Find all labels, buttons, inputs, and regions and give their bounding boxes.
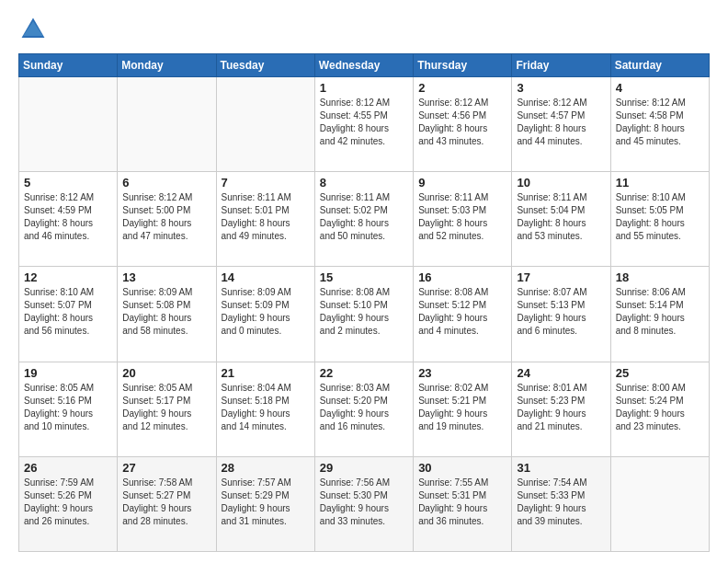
calendar-cell: 29Sunrise: 7:56 AM Sunset: 5:30 PM Dayli… [314, 456, 413, 551]
day-number: 16 [418, 270, 506, 284]
day-info: Sunrise: 8:00 AM Sunset: 5:24 PM Dayligh… [616, 382, 704, 433]
calendar-cell: 14Sunrise: 8:09 AM Sunset: 5:09 PM Dayli… [216, 267, 314, 362]
calendar-cell: 6Sunrise: 8:12 AM Sunset: 5:00 PM Daylig… [118, 172, 216, 267]
calendar-cell: 22Sunrise: 8:03 AM Sunset: 5:20 PM Dayli… [314, 362, 413, 456]
header-day-saturday: Saturday [610, 54, 709, 77]
day-number: 13 [122, 270, 210, 284]
day-number: 19 [24, 366, 112, 380]
calendar-cell: 1Sunrise: 8:12 AM Sunset: 4:55 PM Daylig… [314, 77, 413, 172]
calendar-cell: 17Sunrise: 8:07 AM Sunset: 5:13 PM Dayli… [512, 267, 610, 362]
calendar-cell: 7Sunrise: 8:11 AM Sunset: 5:01 PM Daylig… [216, 172, 314, 267]
day-number: 30 [418, 461, 506, 475]
day-number: 9 [418, 176, 506, 190]
week-row-1: 5Sunrise: 8:12 AM Sunset: 4:59 PM Daylig… [19, 172, 710, 267]
calendar-cell: 27Sunrise: 7:58 AM Sunset: 5:27 PM Dayli… [118, 456, 216, 551]
calendar-cell: 9Sunrise: 8:11 AM Sunset: 5:03 PM Daylig… [414, 172, 512, 267]
day-number: 5 [24, 176, 112, 190]
calendar-cell: 4Sunrise: 8:12 AM Sunset: 4:58 PM Daylig… [610, 77, 709, 172]
day-number: 20 [122, 366, 210, 380]
day-info: Sunrise: 8:12 AM Sunset: 4:55 PM Dayligh… [320, 97, 408, 148]
calendar-cell: 28Sunrise: 7:57 AM Sunset: 5:29 PM Dayli… [216, 456, 314, 551]
day-info: Sunrise: 8:12 AM Sunset: 4:58 PM Dayligh… [616, 97, 704, 148]
calendar-cell: 2Sunrise: 8:12 AM Sunset: 4:56 PM Daylig… [414, 77, 512, 172]
day-number: 10 [517, 176, 605, 190]
calendar-cell: 25Sunrise: 8:00 AM Sunset: 5:24 PM Dayli… [610, 362, 709, 456]
day-info: Sunrise: 8:02 AM Sunset: 5:21 PM Dayligh… [418, 382, 506, 433]
calendar-cell: 19Sunrise: 8:05 AM Sunset: 5:16 PM Dayli… [19, 362, 118, 456]
day-info: Sunrise: 8:06 AM Sunset: 5:14 PM Dayligh… [616, 286, 704, 338]
day-number: 29 [320, 461, 408, 475]
day-number: 22 [320, 366, 408, 380]
week-row-4: 26Sunrise: 7:59 AM Sunset: 5:26 PM Dayli… [19, 456, 710, 551]
day-number: 8 [320, 176, 408, 190]
day-info: Sunrise: 8:03 AM Sunset: 5:20 PM Dayligh… [320, 382, 408, 433]
day-number: 28 [222, 461, 310, 475]
day-info: Sunrise: 8:09 AM Sunset: 5:08 PM Dayligh… [122, 286, 210, 338]
day-info: Sunrise: 7:56 AM Sunset: 5:30 PM Dayligh… [320, 477, 408, 528]
calendar-cell: 24Sunrise: 8:01 AM Sunset: 5:23 PM Dayli… [512, 362, 610, 456]
day-info: Sunrise: 8:01 AM Sunset: 5:23 PM Dayligh… [517, 382, 605, 433]
calendar-header: SundayMondayTuesdayWednesdayThursdayFrid… [19, 54, 710, 77]
week-row-2: 12Sunrise: 8:10 AM Sunset: 5:07 PM Dayli… [19, 267, 710, 362]
day-info: Sunrise: 7:59 AM Sunset: 5:26 PM Dayligh… [24, 477, 112, 528]
day-info: Sunrise: 8:08 AM Sunset: 5:12 PM Dayligh… [418, 286, 506, 338]
day-number: 26 [24, 461, 112, 475]
calendar-table: SundayMondayTuesdayWednesdayThursdayFrid… [18, 53, 710, 552]
header-row: SundayMondayTuesdayWednesdayThursdayFrid… [19, 54, 710, 77]
day-info: Sunrise: 8:10 AM Sunset: 5:05 PM Dayligh… [616, 191, 704, 243]
day-info: Sunrise: 8:04 AM Sunset: 5:18 PM Dayligh… [222, 382, 310, 433]
day-info: Sunrise: 8:08 AM Sunset: 5:10 PM Dayligh… [320, 286, 408, 338]
week-row-0: 1Sunrise: 8:12 AM Sunset: 4:55 PM Daylig… [19, 77, 710, 172]
calendar-cell: 18Sunrise: 8:06 AM Sunset: 5:14 PM Dayli… [610, 267, 709, 362]
calendar-cell: 8Sunrise: 8:11 AM Sunset: 5:02 PM Daylig… [314, 172, 413, 267]
calendar-cell [610, 456, 709, 551]
day-info: Sunrise: 8:12 AM Sunset: 5:00 PM Dayligh… [122, 191, 210, 243]
calendar-cell: 26Sunrise: 7:59 AM Sunset: 5:26 PM Dayli… [19, 456, 118, 551]
header [18, 15, 710, 44]
day-info: Sunrise: 7:57 AM Sunset: 5:29 PM Dayligh… [222, 477, 310, 528]
header-day-tuesday: Tuesday [216, 54, 314, 77]
day-info: Sunrise: 8:12 AM Sunset: 4:59 PM Dayligh… [24, 191, 112, 243]
calendar-cell: 12Sunrise: 8:10 AM Sunset: 5:07 PM Dayli… [19, 267, 118, 362]
calendar-cell: 3Sunrise: 8:12 AM Sunset: 4:57 PM Daylig… [512, 77, 610, 172]
day-number: 24 [517, 366, 605, 380]
calendar-cell: 30Sunrise: 7:55 AM Sunset: 5:31 PM Dayli… [414, 456, 512, 551]
week-row-3: 19Sunrise: 8:05 AM Sunset: 5:16 PM Dayli… [19, 362, 710, 456]
day-info: Sunrise: 8:07 AM Sunset: 5:13 PM Dayligh… [517, 286, 605, 338]
day-info: Sunrise: 8:11 AM Sunset: 5:02 PM Dayligh… [320, 191, 408, 243]
calendar-cell [216, 77, 314, 172]
day-number: 15 [320, 270, 408, 284]
day-number: 25 [616, 366, 704, 380]
day-info: Sunrise: 7:55 AM Sunset: 5:31 PM Dayligh… [418, 477, 506, 528]
day-number: 23 [418, 366, 506, 380]
day-number: 7 [222, 176, 310, 190]
calendar-cell: 31Sunrise: 7:54 AM Sunset: 5:33 PM Dayli… [512, 456, 610, 551]
calendar-cell: 10Sunrise: 8:11 AM Sunset: 5:04 PM Dayli… [512, 172, 610, 267]
calendar-cell: 15Sunrise: 8:08 AM Sunset: 5:10 PM Dayli… [314, 267, 413, 362]
day-info: Sunrise: 8:11 AM Sunset: 5:03 PM Dayligh… [418, 191, 506, 243]
day-number: 31 [517, 461, 605, 475]
calendar-cell: 13Sunrise: 8:09 AM Sunset: 5:08 PM Dayli… [118, 267, 216, 362]
calendar-cell [19, 77, 118, 172]
calendar-cell [118, 77, 216, 172]
calendar-cell: 11Sunrise: 8:10 AM Sunset: 5:05 PM Dayli… [610, 172, 709, 267]
page: SundayMondayTuesdayWednesdayThursdayFrid… [0, 0, 728, 563]
day-number: 4 [616, 81, 704, 95]
day-number: 1 [320, 81, 408, 95]
logo-icon [18, 15, 48, 44]
header-day-thursday: Thursday [414, 54, 512, 77]
day-info: Sunrise: 8:05 AM Sunset: 5:16 PM Dayligh… [24, 382, 112, 433]
day-info: Sunrise: 8:11 AM Sunset: 5:04 PM Dayligh… [517, 191, 605, 243]
day-info: Sunrise: 7:54 AM Sunset: 5:33 PM Dayligh… [517, 477, 605, 528]
day-info: Sunrise: 7:58 AM Sunset: 5:27 PM Dayligh… [122, 477, 210, 528]
svg-marker-1 [23, 21, 42, 36]
calendar-body: 1Sunrise: 8:12 AM Sunset: 4:55 PM Daylig… [19, 77, 710, 552]
day-number: 21 [222, 366, 310, 380]
day-number: 18 [616, 270, 704, 284]
day-info: Sunrise: 8:12 AM Sunset: 4:56 PM Dayligh… [418, 97, 506, 148]
day-number: 17 [517, 270, 605, 284]
header-day-sunday: Sunday [19, 54, 118, 77]
day-info: Sunrise: 8:09 AM Sunset: 5:09 PM Dayligh… [222, 286, 310, 338]
calendar-cell: 16Sunrise: 8:08 AM Sunset: 5:12 PM Dayli… [414, 267, 512, 362]
day-number: 2 [418, 81, 506, 95]
